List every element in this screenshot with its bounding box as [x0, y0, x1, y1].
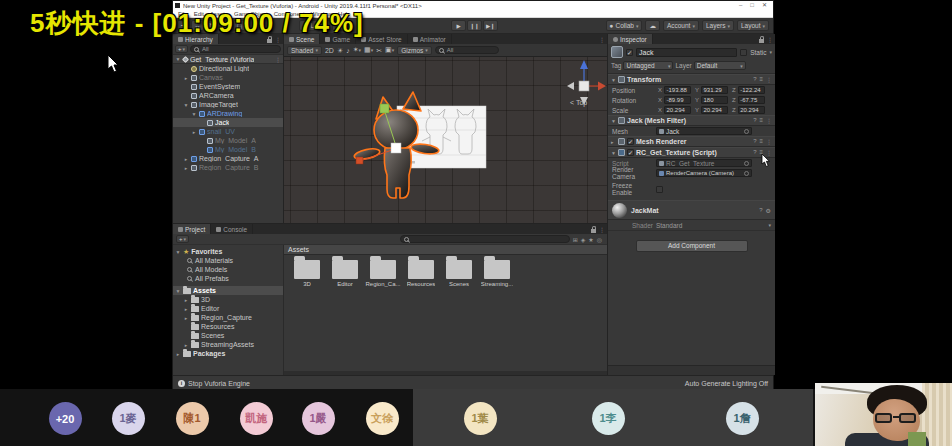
- panel-menu-icon[interactable]: ⋮: [767, 36, 773, 43]
- scale-y-field[interactable]: 20.294: [701, 106, 728, 114]
- foldout-arrow-icon[interactable]: ▸: [191, 129, 197, 135]
- favorites-root[interactable]: ▼★ Favorites: [173, 247, 283, 256]
- participant-avatar[interactable]: 1嚴: [302, 402, 335, 435]
- account-button[interactable]: Account▾: [663, 20, 699, 31]
- project-folder-item[interactable]: ▸Region_Capture: [173, 313, 283, 322]
- presets-icon[interactable]: ≡: [759, 117, 763, 124]
- participant-avatar[interactable]: 1李: [592, 402, 625, 435]
- grid-visibility-icon[interactable]: ▦▾: [364, 45, 373, 55]
- gameobject-name-field[interactable]: Jack: [636, 48, 737, 57]
- hierarchy-item[interactable]: ▸Region_Capture_A: [173, 154, 283, 163]
- hierarchy-item[interactable]: EventSystem: [173, 82, 283, 91]
- view-orientation-label[interactable]: < Top: [570, 99, 587, 106]
- minimize-button[interactable]: –: [739, 1, 742, 10]
- mesh-field[interactable]: Jack: [656, 127, 752, 135]
- collab-button[interactable]: ●Collab▾: [606, 20, 643, 31]
- search-by-label-icon[interactable]: ◈: [581, 236, 586, 243]
- item-menu-icon[interactable]: ⋮: [275, 56, 281, 63]
- hierarchy-item[interactable]: ▸snail_UV: [173, 127, 283, 136]
- object-picker-icon[interactable]: [744, 161, 749, 166]
- transform-header[interactable]: ▼ Transform ?≡⋮: [608, 74, 775, 85]
- project-folder-item[interactable]: ▸Editor: [173, 304, 283, 313]
- presets-icon[interactable]: ≡: [759, 76, 763, 83]
- presets-icon[interactable]: ≡: [759, 138, 763, 145]
- favorites-item[interactable]: All Prefabs: [173, 274, 283, 283]
- position-x-field[interactable]: -193.88: [664, 86, 691, 94]
- participant-avatar[interactable]: 1麥: [112, 402, 145, 435]
- audio-toggle-icon[interactable]: ♪: [346, 46, 350, 55]
- lighting-toggle-icon[interactable]: ☀: [337, 46, 343, 55]
- participant-avatar[interactable]: 陳1: [176, 402, 209, 435]
- asset-folder[interactable]: Resources: [402, 260, 440, 371]
- scene-search-input[interactable]: All: [435, 46, 499, 54]
- participant-avatar[interactable]: 1葉: [464, 402, 497, 435]
- hierarchy-search-input[interactable]: All: [190, 45, 281, 53]
- webcam-video-tile[interactable]: [815, 383, 952, 446]
- material-header[interactable]: JackMat ?⚙: [608, 200, 775, 220]
- tag-dropdown[interactable]: Untagged▾: [623, 61, 673, 70]
- script-field[interactable]: RC_Get_Texture: [656, 159, 752, 167]
- packages-root[interactable]: ▸ Packages: [173, 349, 283, 358]
- foldout-arrow-icon[interactable]: ▸: [183, 297, 189, 303]
- help-icon[interactable]: ?: [753, 117, 756, 124]
- lock-icon[interactable]: [759, 39, 764, 43]
- vuforia-status-text[interactable]: Stop Vuforia Engine: [188, 380, 250, 387]
- tab-console[interactable]: Console: [211, 224, 253, 234]
- foldout-arrow-icon[interactable]: ▸: [183, 315, 189, 321]
- help-icon[interactable]: ?: [753, 76, 756, 83]
- foldout-icon[interactable]: ▼: [611, 118, 616, 124]
- rotation-y-field[interactable]: 180: [701, 96, 728, 104]
- panel-menu-icon[interactable]: ⋮: [599, 36, 605, 43]
- lock-icon[interactable]: [591, 229, 596, 233]
- favorites-item[interactable]: All Models: [173, 265, 283, 274]
- scene-viewport[interactable]: < Top: [284, 57, 607, 223]
- foldout-arrow-icon[interactable]: ▼: [191, 111, 197, 117]
- foldout-arrow-icon[interactable]: ▸: [183, 156, 189, 162]
- shading-dropdown[interactable]: Shaded▾: [287, 46, 322, 55]
- foldout-arrow-icon[interactable]: ▼: [175, 56, 181, 62]
- static-checkbox[interactable]: ✓: [740, 49, 747, 56]
- position-y-field[interactable]: 931.29: [701, 86, 728, 94]
- hierarchy-item[interactable]: ▸Canvas: [173, 73, 283, 82]
- mesh-renderer-header[interactable]: ▸ ✓ Mesh Renderer ?≡⋮: [608, 136, 775, 147]
- search-by-type-icon[interactable]: ⊞: [573, 236, 578, 243]
- close-button[interactable]: ✕: [762, 1, 767, 10]
- create-button[interactable]: +▾: [175, 45, 188, 53]
- project-folder-item[interactable]: ▸StreamingAssets: [173, 340, 283, 349]
- favorites-item[interactable]: All Materials: [173, 256, 283, 265]
- gear-icon[interactable]: ⚙: [766, 207, 771, 214]
- participant-avatar[interactable]: 1詹: [726, 402, 759, 435]
- hierarchy-item[interactable]: ▼ARDrawing: [173, 109, 283, 118]
- foldout-icon[interactable]: ▼: [611, 77, 616, 83]
- 2d-toggle[interactable]: 2D: [325, 46, 334, 55]
- hierarchy-item[interactable]: My_Model_A: [173, 136, 283, 145]
- participant-avatar[interactable]: 文徐: [366, 402, 399, 435]
- step-button[interactable]: ▶❙: [483, 20, 498, 31]
- lighting-status-text[interactable]: Auto Generate Lighting Off: [685, 380, 768, 387]
- project-search-input[interactable]: [400, 235, 570, 243]
- hierarchy-item[interactable]: ▼ImageTarget: [173, 100, 283, 109]
- scale-z-field[interactable]: 20.294: [738, 106, 765, 114]
- mesh-filter-header[interactable]: ▼ Jack (Mesh Filter) ?≡⋮: [608, 115, 775, 126]
- render-camera-field[interactable]: RenderCamera (Camera): [656, 169, 752, 177]
- object-picker-icon[interactable]: [744, 129, 749, 134]
- hierarchy-item[interactable]: Directional Light: [173, 64, 283, 73]
- favorites-search-icon[interactable]: ★: [588, 236, 593, 243]
- layout-button[interactable]: Layout▾: [737, 20, 769, 31]
- enabled-checkbox[interactable]: ✓: [627, 149, 634, 156]
- freeze-enable-checkbox[interactable]: ✓: [656, 186, 663, 193]
- hierarchy-item[interactable]: ▼Get_Texture (Vuforia⋮: [173, 55, 283, 64]
- static-dropdown-icon[interactable]: ▾: [769, 49, 772, 55]
- tab-inspector[interactable]: Inspector: [608, 34, 653, 44]
- help-icon[interactable]: ?: [753, 149, 756, 156]
- component-menu-icon[interactable]: ⋮: [766, 138, 772, 145]
- assets-root[interactable]: ▼ Assets: [173, 286, 283, 295]
- layers-button[interactable]: Layers▾: [702, 20, 734, 31]
- effects-toggle-icon[interactable]: ✶▾: [353, 45, 361, 55]
- script-header[interactable]: ▼ ✓ RC_Get_Texture (Script) ?≡⋮: [608, 147, 775, 158]
- position-z-field[interactable]: -122.24: [738, 86, 765, 94]
- project-folder-item[interactable]: ▸3D: [173, 295, 283, 304]
- foldout-icon[interactable]: ▸: [611, 139, 616, 145]
- hierarchy-item[interactable]: My_Model_B: [173, 145, 283, 154]
- play-button[interactable]: ▶: [451, 20, 466, 31]
